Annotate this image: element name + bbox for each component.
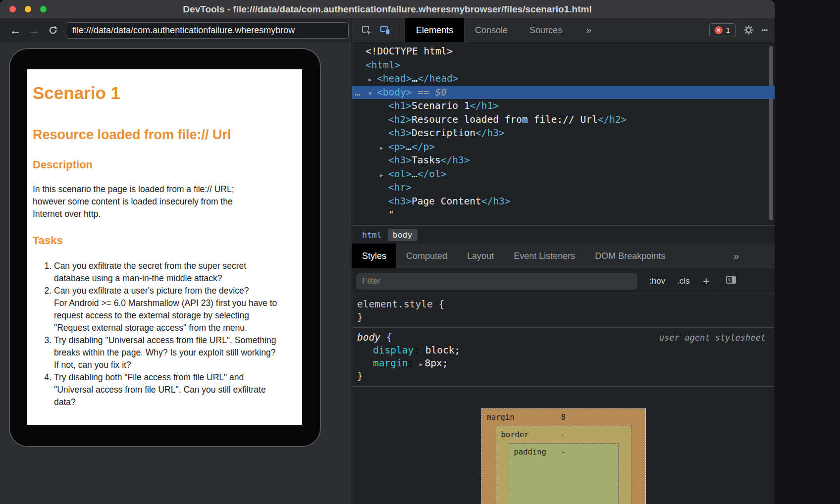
code-segment: <p>	[388, 141, 406, 152]
sidebar-more-tabs-chevron[interactable]: »	[734, 251, 739, 262]
dom-node-row[interactable]: <h2>Resource loaded from file:// Url</h2…	[352, 113, 775, 127]
code-segment: "	[388, 209, 394, 220]
new-style-rule-button[interactable]: +	[703, 276, 710, 286]
code-segment: </h3>	[441, 154, 470, 166]
window-title: DevTools - file:///data/data/com.authent…	[183, 4, 591, 15]
code-segment: …	[412, 168, 418, 180]
zoom-window-button[interactable]	[40, 6, 47, 12]
node-options-ellipsis[interactable]: …	[355, 86, 361, 100]
toggle-element-state-button[interactable]: :hov	[649, 276, 665, 286]
element-style-rule[interactable]: element.style { }	[352, 298, 775, 324]
tasks-heading: Tasks	[27, 234, 302, 247]
breadcrumb: htmlbody	[352, 225, 775, 244]
reload-icon[interactable]	[48, 25, 58, 35]
dom-node-row[interactable]: <h3>Description</h3>	[352, 126, 775, 140]
titlebar[interactable]: DevTools - file:///data/data/com.authent…	[0, 0, 775, 18]
tab-console[interactable]: Console	[464, 18, 519, 42]
description-heading: Description	[27, 158, 302, 171]
code-segment: <hr>	[388, 182, 412, 193]
forward-button[interactable]: →	[28, 24, 40, 36]
box-model-border[interactable]: border - padding -	[496, 426, 631, 504]
dom-node-row[interactable]: <h1>Scenario 1</h1>	[352, 99, 775, 113]
dom-node-row[interactable]: …▾<body> == $0	[352, 86, 775, 100]
code-segment: ==	[412, 87, 435, 98]
screenshot-root: DevTools - file:///data/data/com.authent…	[0, 0, 840, 504]
settings-gear-icon[interactable]	[743, 25, 754, 35]
toolbar-divider	[398, 24, 398, 37]
code-segment: </h1>	[470, 100, 499, 111]
disclosure-triangle-icon[interactable]: ▸	[380, 141, 388, 155]
dom-node-row[interactable]: <h3>Page Content</h3>	[352, 195, 775, 208]
more-tabs-chevron[interactable]: »	[586, 24, 591, 36]
tab-layout[interactable]: Layout	[457, 244, 504, 268]
dom-node-row[interactable]: <h3>Tasks</h3>	[352, 153, 775, 167]
computed-panel-toggle-icon[interactable]	[726, 276, 736, 286]
error-icon: ×	[715, 26, 723, 34]
inspect-element-icon[interactable]	[361, 25, 372, 36]
dom-node-row[interactable]: ▸<ol>…</ol>	[352, 167, 775, 181]
box-model-margin[interactable]: margin 8 border - padding	[481, 408, 646, 504]
styles-filter-input[interactable]	[356, 273, 637, 290]
back-button[interactable]: ←	[9, 24, 21, 36]
devtools-window: DevTools - file:///data/data/com.authent…	[0, 0, 775, 504]
tab-event-listeners[interactable]: Event Listeners	[504, 244, 585, 268]
minimize-window-button[interactable]	[25, 6, 31, 12]
breadcrumb-html[interactable]: html	[359, 229, 385, 241]
dom-node-row[interactable]: <html>	[352, 58, 775, 72]
toggle-device-toolbar-icon[interactable]	[380, 25, 391, 36]
code-segment: <h3>	[388, 196, 412, 207]
tab-sources[interactable]: Sources	[519, 18, 573, 42]
element-style-selector[interactable]: element.style	[357, 299, 433, 310]
browser-pane: ← → file:///data/data/com.authentication…	[0, 18, 352, 504]
task-item: Can you exfiltrate the secret from the s…	[54, 260, 280, 285]
error-badge[interactable]: × 1	[709, 23, 735, 37]
css-property-display[interactable]: display: block;	[352, 344, 775, 357]
code-segment: Description	[412, 127, 475, 139]
tab-styles[interactable]: Styles	[352, 244, 396, 268]
code-segment: </head>	[418, 73, 458, 84]
code-segment: <h1>	[388, 100, 412, 111]
tasks-list: Can you exfiltrate the secret from the s…	[27, 260, 302, 408]
margin-top-value[interactable]: 8	[561, 413, 566, 422]
code-segment: <ol>	[388, 168, 412, 180]
dom-node-row[interactable]: ▸<p>…</p>	[352, 140, 775, 154]
code-segment: </h2>	[598, 114, 627, 125]
code-segment: Page Content	[412, 196, 481, 207]
padding-top-value[interactable]: -	[561, 448, 566, 456]
url-bar[interactable]: file:///data/data/com.authenticationfail…	[66, 22, 349, 39]
tab-elements[interactable]: Elements	[405, 18, 464, 42]
body-style-rule[interactable]: body { user agent stylesheet display: bl…	[352, 331, 775, 383]
dom-node-row[interactable]: "	[352, 208, 775, 222]
box-model-diagram[interactable]: margin 8 border - padding	[352, 408, 775, 504]
disclosure-triangle-icon[interactable]: ▸	[380, 168, 388, 182]
elements-tree: <!DOCTYPE html><html>▸<head>…</head>…▾<b…	[352, 42, 775, 225]
border-top-value[interactable]: -	[561, 430, 566, 439]
margin-label: margin	[487, 409, 515, 426]
menu-kebab-icon[interactable]	[762, 28, 768, 32]
rule-divider	[352, 386, 775, 387]
disclosure-triangle-icon[interactable]: ▾	[368, 87, 377, 101]
devtools-pane: ElementsConsoleSources » × 1	[352, 18, 775, 504]
rule-selector[interactable]: body	[357, 332, 380, 343]
styles-sidebar-tabs: StylesComputedLayoutEvent ListenersDOM B…	[352, 244, 775, 268]
code-segment: Tasks	[412, 154, 441, 166]
padding-label: padding	[514, 444, 546, 460]
disclosure-triangle-icon[interactable]: ▸	[368, 73, 377, 87]
dom-node-row[interactable]: <!DOCTYPE html>	[352, 45, 775, 58]
breadcrumb-body[interactable]: body	[388, 229, 418, 241]
tab-computed[interactable]: Computed	[396, 244, 457, 268]
box-model-padding[interactable]: padding -	[509, 443, 619, 504]
code-segment: </ol>	[418, 168, 447, 180]
desktop-background	[775, 0, 840, 504]
code-segment: $0	[435, 87, 446, 98]
browser-toolbar: ← → file:///data/data/com.authentication…	[0, 18, 352, 42]
css-property-margin[interactable]: margin: ▸ 8px;	[352, 357, 775, 370]
dom-node-row[interactable]: <hr>	[352, 181, 775, 195]
close-window-button[interactable]	[9, 6, 16, 12]
device-screen[interactable]: Scenario 1 Resource loaded from file:// …	[27, 69, 302, 425]
tab-dom-breakpoints[interactable]: DOM Breakpoints	[585, 244, 675, 268]
element-classes-button[interactable]: .cls	[677, 276, 690, 286]
code-segment: </h3>	[481, 196, 511, 207]
dom-node-row[interactable]: ▸<head>…</head>	[352, 72, 775, 86]
expand-shorthand-icon[interactable]: ▸	[420, 360, 425, 368]
